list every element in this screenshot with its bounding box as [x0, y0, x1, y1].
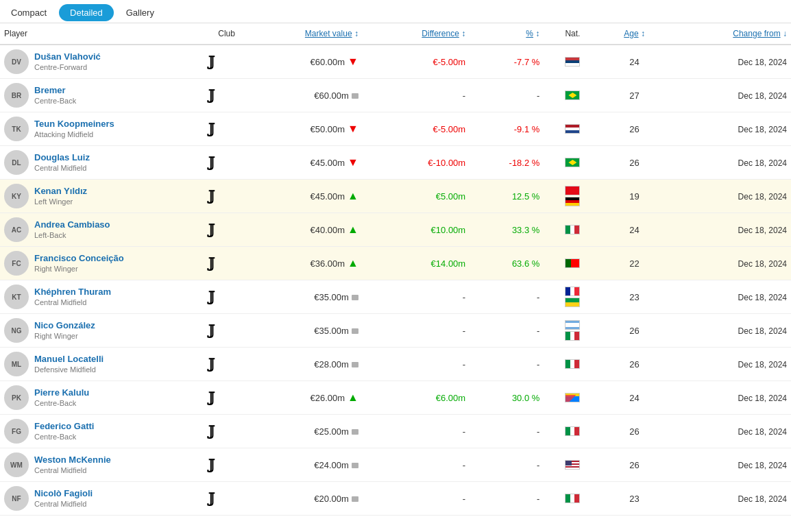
- juventus-icon: 𝕁: [208, 356, 215, 372]
- header-age[interactable]: Age ↕: [602, 23, 668, 45]
- juventus-icon: 𝕁: [208, 289, 215, 305]
- market-value-display: €36.00m ▲: [260, 257, 358, 269]
- tab-gallery[interactable]: Gallery: [115, 3, 165, 22]
- market-value-display: €26.00m ▲: [260, 391, 358, 404]
- avatar: DV: [4, 49, 29, 74]
- market-value-amount: €35.00m: [314, 292, 349, 302]
- market-value-amount: €40.00m: [310, 225, 345, 235]
- player-name-link[interactable]: Khéphren Thuram: [34, 287, 111, 297]
- header-percent[interactable]: % ↕: [470, 23, 544, 45]
- avatar: WM: [4, 452, 29, 477]
- percent-value: -: [537, 426, 539, 437]
- avatar: KY: [4, 184, 29, 208]
- change-from-cell: Dec 18, 2024: [668, 314, 791, 348]
- avatar: PK: [4, 385, 29, 410]
- difference-cell: €-5.00m: [363, 45, 470, 79]
- trend-icon: [352, 359, 358, 370]
- player-position: Centre-Back: [34, 433, 76, 441]
- change-from-date: Dec 18, 2024: [738, 394, 787, 403]
- trend-icon: ▲: [348, 391, 358, 404]
- player-name-link[interactable]: Pierre Kalulu: [34, 387, 89, 398]
- difference-value: €-5.00m: [433, 124, 465, 134]
- club-cell: 𝕁: [198, 348, 256, 381]
- market-value-cell: €25.00m: [256, 415, 363, 448]
- header-market-value[interactable]: Market value ↕: [256, 23, 363, 45]
- player-name-link[interactable]: Teun Koopmeiners: [34, 119, 114, 129]
- player-cell: FG Federico Gatti Centre-Back: [0, 415, 198, 448]
- club-cell: 𝕁: [198, 247, 256, 280]
- player-name-link[interactable]: Bremer: [34, 85, 76, 95]
- club-logo: 𝕁: [202, 220, 221, 239]
- juventus-icon: 𝕁: [208, 490, 215, 507]
- flag-container: [548, 494, 597, 503]
- market-value-amount: €50.00m: [310, 124, 345, 134]
- tab-detailed[interactable]: Detailed: [59, 4, 114, 21]
- nationality-cell: [544, 213, 601, 247]
- player-name-link[interactable]: Nico González: [34, 320, 95, 330]
- market-value-cell: €45.00m ▲: [256, 180, 363, 213]
- difference-value: €-5.00m: [433, 57, 465, 67]
- player-name-link[interactable]: Weston McKennie: [34, 455, 111, 465]
- market-value-cell: €35.00m: [256, 314, 363, 348]
- change-from-date: Dec 18, 2024: [738, 226, 787, 235]
- club-cell: 𝕁: [198, 79, 256, 112]
- player-position: Central Midfield: [34, 500, 86, 508]
- percent-cell: -18.2 %: [470, 146, 544, 180]
- player-name-link[interactable]: Dušan Vlahović: [34, 51, 101, 62]
- player-position: Right Winger: [34, 332, 78, 340]
- player-cell: DL Douglas Luiz Central Midfield: [0, 146, 198, 180]
- nationality-cell: [544, 180, 601, 213]
- club-cell: 𝕁: [198, 112, 256, 146]
- flag-container: [548, 158, 597, 167]
- market-value-amount: €60.00m: [310, 57, 345, 67]
- player-name-link[interactable]: Manuel Locatelli: [34, 354, 104, 364]
- player-info: Teun Koopmeiners Attacking Midfield: [34, 119, 114, 139]
- nationality-cell: [544, 381, 601, 415]
- player-name-link[interactable]: Francisco Conceição: [34, 253, 124, 263]
- market-value-cell: €50.00m ▼: [256, 112, 363, 146]
- change-from-date: Dec 18, 2024: [738, 360, 787, 370]
- difference-value: €14.00m: [431, 258, 466, 269]
- age-value: 26: [629, 158, 639, 168]
- percent-cell: -9.1 %: [470, 112, 544, 146]
- club-logo: 𝕁: [202, 422, 221, 441]
- player-name-link[interactable]: Andrea Cambiaso: [34, 219, 110, 230]
- header-difference[interactable]: Difference ↕: [363, 23, 470, 45]
- age-value: 19: [629, 191, 639, 202]
- table-row: PK Pierre Kalulu Centre-Back 𝕁 €26.00m ▲…: [0, 381, 791, 415]
- player-info: Douglas Luiz Central Midfield: [34, 152, 90, 173]
- market-value-amount: €28.00m: [314, 359, 349, 370]
- age-cell: 24: [602, 381, 668, 415]
- player-name-link[interactable]: Douglas Luiz: [34, 152, 90, 162]
- change-from-cell: Dec 18, 2024: [668, 79, 791, 112]
- player-name-link[interactable]: Nicolò Fagioli: [34, 488, 93, 498]
- club-logo: 𝕁: [202, 287, 221, 306]
- player-name-link[interactable]: Federico Gatti: [34, 421, 94, 431]
- player-info: Francisco Conceição Right Winger: [34, 253, 124, 274]
- juventus-icon: 𝕁: [208, 255, 215, 271]
- difference-value: -: [463, 326, 465, 336]
- flag-container: [548, 287, 597, 307]
- change-from-date: Dec 18, 2024: [738, 494, 787, 504]
- player-cell: NG Nico González Right Winger: [0, 314, 198, 348]
- player-cell: KT Khéphren Thuram Central Midfield: [0, 280, 198, 314]
- change-from-date: Dec 18, 2024: [738, 58, 787, 67]
- market-value-amount: €45.00m: [310, 191, 345, 202]
- age-cell: 26: [602, 448, 668, 482]
- nationality-cell: [544, 79, 601, 112]
- age-cell: 19: [602, 180, 668, 213]
- percent-value: -7.7 %: [514, 57, 540, 67]
- header-change-from[interactable]: Change from ↓: [668, 23, 791, 45]
- player-name-link[interactable]: Kenan Yıldız: [34, 186, 87, 196]
- flag-container: [548, 460, 597, 470]
- difference-cell: -: [363, 348, 470, 381]
- tab-compact[interactable]: Compact: [0, 3, 58, 22]
- market-value-display: €60.00m: [260, 90, 358, 101]
- difference-value: -: [463, 292, 465, 302]
- market-value-display: €40.00m ▲: [260, 223, 358, 236]
- club-logo: 𝕁: [202, 354, 221, 374]
- change-from-date: Dec 18, 2024: [738, 158, 787, 168]
- avatar: NF: [4, 486, 29, 511]
- player-position: Defensive Midfield: [34, 365, 96, 374]
- nationality-cell: [544, 415, 601, 448]
